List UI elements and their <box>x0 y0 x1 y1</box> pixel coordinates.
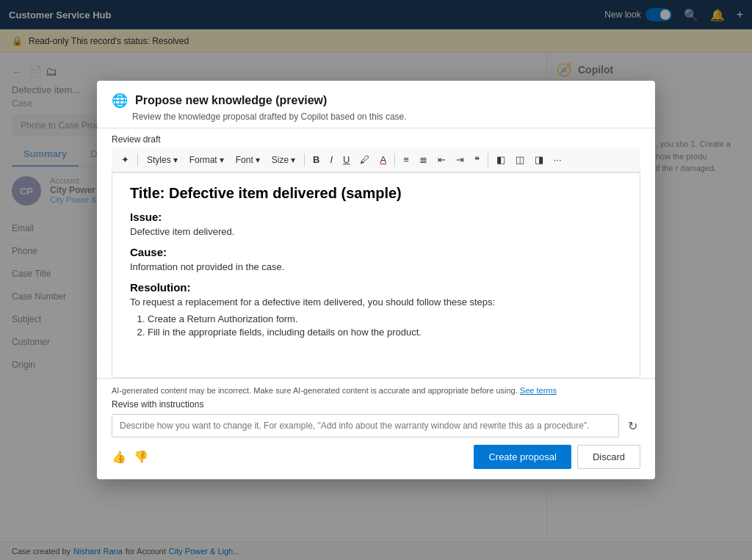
modal-title: Propose new knowledge (preview) <box>135 94 327 107</box>
toolbar-separator-3 <box>394 153 395 167</box>
font-color-button[interactable]: A <box>376 152 390 167</box>
refresh-button[interactable]: ↻ <box>625 416 640 436</box>
magic-button[interactable]: ✦ <box>118 152 133 167</box>
chevron-down-icon-2: ▾ <box>220 155 224 165</box>
size-dropdown[interactable]: Size ▾ <box>267 153 300 167</box>
cause-text: Information not provided in the case. <box>130 261 622 272</box>
chevron-down-icon-3: ▾ <box>256 155 260 165</box>
editor-content[interactable]: Title: Defective item delivered (sample)… <box>112 172 640 378</box>
revise-label: Revise with instructions <box>112 399 640 410</box>
modal-overlay: 🌐 Propose new knowledge (preview) Review… <box>0 0 752 560</box>
modal-header: 🌐 Propose new knowledge (preview) Review… <box>97 81 655 128</box>
format-dropdown[interactable]: Format ▾ <box>185 153 228 167</box>
italic-button[interactable]: I <box>326 152 336 167</box>
modal-title-row: 🌐 Propose new knowledge (preview) <box>112 92 640 109</box>
font-dropdown[interactable]: Font ▾ <box>231 153 264 167</box>
resolution-heading: Resolution: <box>130 281 622 294</box>
feedback-buttons: 👍 👎 <box>112 450 148 464</box>
modal-actions: Create proposal Discard <box>474 445 640 469</box>
chevron-down-icon: ▾ <box>173 155 178 165</box>
resolution-intro: To request a replacement for a defective… <box>130 297 622 308</box>
chevron-down-icon-4: ▾ <box>291 155 295 165</box>
issue-text: Defective item delivered. <box>130 226 622 237</box>
propose-knowledge-modal: 🌐 Propose new knowledge (preview) Review… <box>97 81 655 479</box>
editor-toolbar: ✦ Styles ▾ Format ▾ Font ▾ Size ▾ <box>112 148 640 172</box>
step-1: Create a Return Authorization form. <box>148 313 622 324</box>
issue-heading: Issue: <box>130 211 622 223</box>
modal-logo-icon: 🌐 <box>112 92 128 109</box>
quote-button[interactable]: ❝ <box>471 152 483 167</box>
styles-dropdown[interactable]: Styles ▾ <box>142 153 182 167</box>
ordered-list-button[interactable]: ≣ <box>416 152 431 167</box>
outdent-button[interactable]: ⇤ <box>434 152 449 167</box>
bold-button[interactable]: B <box>309 152 323 167</box>
underline-button[interactable]: U <box>339 152 353 167</box>
revise-row: ↻ <box>112 414 640 437</box>
toolbar-separator-2 <box>304 153 305 167</box>
modal-footer: AI-generated content may be incorrect. M… <box>97 378 655 479</box>
modal-review-label: Review draft <box>112 134 640 145</box>
content-title: Title: Defective item delivered (sample) <box>130 185 622 202</box>
create-proposal-button[interactable]: Create proposal <box>474 445 571 469</box>
align-right-button[interactable]: ◨ <box>531 152 547 167</box>
align-center-button[interactable]: ◫ <box>512 152 528 167</box>
action-footer-row: 👍 👎 Create proposal Discard <box>112 445 640 469</box>
cause-heading: Cause: <box>130 246 622 258</box>
align-left-button[interactable]: ◧ <box>493 152 509 167</box>
step-2: Fill in the appropriate fields, includin… <box>148 327 622 338</box>
thumbs-up-button[interactable]: 👍 <box>112 450 126 464</box>
toolbar-separator-1 <box>137 153 138 167</box>
thumbs-down-button[interactable]: 👎 <box>134 450 148 464</box>
see-terms-link[interactable]: See terms <box>520 386 557 395</box>
toolbar-separator-4 <box>488 153 488 167</box>
discard-button[interactable]: Discard <box>577 445 640 469</box>
app-shell: Customer Service Hub New look 🔍 🔔 + 🔒 Re… <box>0 0 752 560</box>
indent-button[interactable]: ⇥ <box>452 152 468 167</box>
resolution-steps: Create a Return Authorization form. Fill… <box>148 313 622 338</box>
ai-disclaimer: AI-generated content may be incorrect. M… <box>112 386 640 395</box>
more-formatting-button[interactable]: ··· <box>550 152 565 167</box>
revise-input[interactable] <box>112 414 619 437</box>
unordered-list-button[interactable]: ≡ <box>400 152 413 167</box>
modal-subtitle: Review the knowledge proposal drafted by… <box>132 112 640 122</box>
highlight-button[interactable]: 🖊 <box>356 152 373 167</box>
